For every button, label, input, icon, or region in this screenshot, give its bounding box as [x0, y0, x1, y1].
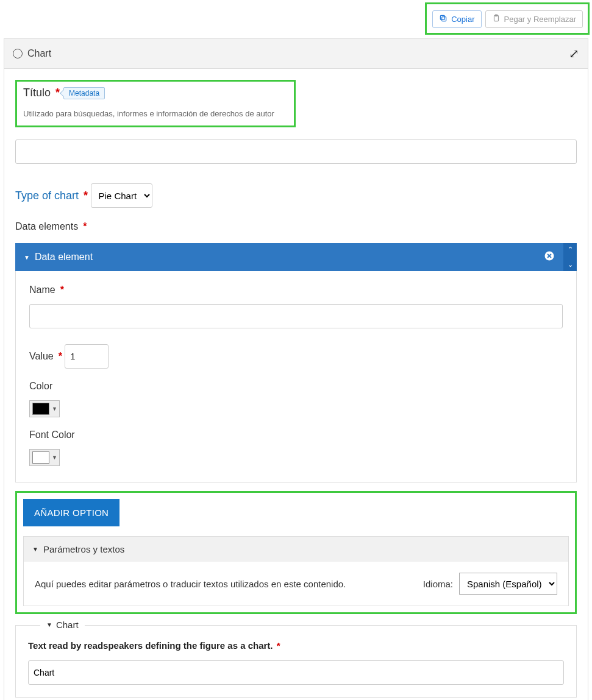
value-label: Value — [29, 351, 54, 362]
required-mark: * — [83, 221, 87, 232]
collapse-icon: ▼ — [46, 621, 52, 628]
readspeaker-input[interactable] — [28, 660, 564, 685]
type-chart-label: Type of chart — [15, 189, 79, 202]
fullscreen-icon[interactable]: ⤢ — [569, 46, 579, 61]
readspeaker-label: Text read by readspeakers defining the f… — [28, 640, 273, 651]
globe-icon — [13, 49, 23, 58]
paste-icon — [492, 14, 501, 24]
paste-button[interactable]: Pegar y Reemplazar — [485, 10, 583, 28]
move-down-icon[interactable]: ⌄ — [568, 261, 573, 269]
language-label: Idioma: — [423, 579, 453, 589]
titulo-desc: Utilizado para búsquedas, informes e inf… — [23, 109, 288, 118]
font-color-picker[interactable]: ▼ — [29, 449, 60, 466]
remove-icon[interactable] — [544, 250, 555, 264]
data-element-body: Name* Value* Color ▼ Font Color ▼ — [15, 271, 577, 483]
font-color-label: Font Color — [29, 430, 75, 440]
copy-icon — [439, 14, 448, 24]
color-picker[interactable]: ▼ — [29, 400, 60, 417]
svg-rect-0 — [442, 17, 446, 21]
caret-down-icon: ▼ — [52, 406, 59, 412]
required-mark: * — [277, 640, 280, 651]
data-elements-label: Data elements — [15, 221, 78, 232]
reorder-column: ⌃ ⌄ — [563, 243, 577, 271]
titulo-label: Título — [23, 87, 51, 99]
type-chart-select[interactable]: Pie Chart — [91, 183, 152, 208]
titulo-label-row: Título * Metadata — [23, 87, 105, 99]
inner-legend[interactable]: ▼ Chart — [40, 620, 85, 630]
language-select[interactable]: Spanish (Español) — [459, 573, 557, 595]
color-label: Color — [29, 381, 52, 392]
value-input[interactable] — [65, 344, 109, 369]
add-option-button[interactable]: AÑADIR OPTION — [23, 499, 119, 526]
panel-title: Chart — [27, 48, 51, 59]
svg-rect-1 — [441, 15, 445, 19]
required-mark: * — [84, 189, 88, 202]
data-element-header[interactable]: ▼ Data element — [15, 243, 563, 271]
metadata-tag[interactable]: Metadata — [63, 87, 105, 99]
name-label: Name — [29, 285, 55, 295]
font-color-swatch — [32, 451, 49, 464]
collapse-icon: ▼ — [32, 546, 38, 553]
titulo-input[interactable] — [15, 140, 577, 164]
bottom-highlight: AÑADIR OPTION ▼ Parámetros y textos Aquí… — [15, 491, 577, 614]
required-mark: * — [60, 285, 64, 295]
params-label: Parámetros y textos — [43, 544, 124, 554]
copy-label: Copiar — [451, 15, 474, 24]
params-desc: Aquí puedes editar parámetros o traducir… — [35, 579, 346, 589]
caret-down-icon: ▼ — [52, 454, 59, 461]
move-up-icon[interactable]: ⌃ — [568, 246, 573, 253]
color-swatch — [32, 403, 49, 415]
inner-legend-label: Chart — [56, 620, 79, 630]
panel-header: Chart ⤢ — [4, 39, 588, 69]
copy-button[interactable]: Copiar — [432, 10, 481, 28]
titulo-highlight: Título * Metadata Utilizado para búsqued… — [15, 80, 296, 127]
top-actions: Copiar Pegar y Reemplazar — [425, 2, 590, 35]
data-element-title: Data element — [35, 252, 93, 263]
inner-chart-fieldset: ▼ Chart Text read by readspeakers defini… — [15, 625, 577, 698]
params-header[interactable]: ▼ Parámetros y textos — [24, 537, 568, 562]
name-input[interactable] — [29, 304, 563, 328]
paste-label: Pegar y Reemplazar — [504, 15, 577, 24]
chart-panel: Chart ⤢ Título * Metadata Utilizado para… — [4, 38, 588, 700]
type-chart-label-row: Type of chart * — [15, 189, 88, 202]
required-mark: * — [59, 351, 62, 362]
collapse-icon: ▼ — [24, 254, 30, 261]
data-elements-label-row: Data elements * — [15, 221, 87, 232]
